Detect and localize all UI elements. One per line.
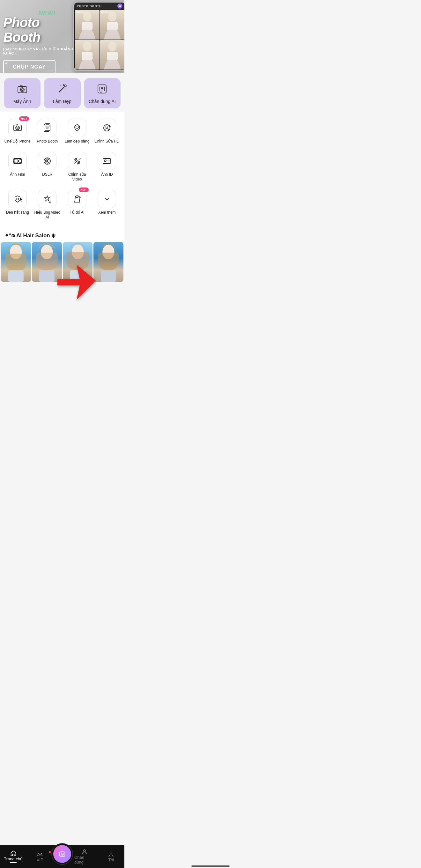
feature-icon-chinh-sua-video	[68, 152, 86, 170]
hair-salon-item-4[interactable]	[93, 242, 123, 282]
hero-banner: NEW! Photo Booth [SAY "CHEESE" VÀ LƯU GI…	[0, 0, 124, 73]
anh-id-label: Ảnh ID	[101, 172, 113, 177]
hair-salon-grid	[0, 242, 124, 307]
person-svg-4	[100, 40, 125, 69]
svg-point-32	[15, 160, 17, 162]
feature-icon-hieu-ung-video: AI	[38, 190, 56, 208]
feature-hieu-ung-video-ai[interactable]: AI Hiệu ứng video AI	[33, 185, 62, 223]
feature-icon-anh-film	[8, 152, 27, 170]
hair-girl-4-bg	[93, 242, 123, 282]
svg-point-20	[16, 126, 20, 130]
chinh-sua-video-label: Chỉnh sửa Video	[63, 172, 91, 182]
lam-dep-bang-label: Làm đẹp bằng	[65, 139, 89, 144]
feature-xem-them[interactable]: Xem thêm	[92, 185, 122, 223]
feature-lam-dep-bang[interactable]: Làm đẹp bằng	[62, 114, 92, 147]
photo-booth-device: PHOTO BOOTH ✿ BEAUTYCAR BEAUTYCAR	[73, 2, 124, 71]
svg-rect-68	[101, 271, 116, 282]
feature-anh-film[interactable]: Ảnh Film	[3, 147, 33, 185]
hair-girl-1-svg	[1, 242, 31, 282]
feature-tu-do-ai[interactable]: HOT Tủ đồ AI	[62, 185, 92, 223]
hero-cta-button[interactable]: CHỤP NGAY	[3, 60, 56, 73]
chan-dung-ai-label: Chân dung AI	[89, 99, 116, 104]
quick-action-lam-dep[interactable]: Làm Đẹp	[44, 78, 80, 108]
hair-girl-3-svg	[63, 242, 93, 282]
feature-icon-xem-them	[98, 190, 116, 208]
svg-point-10	[21, 89, 23, 91]
feature-icon-chinh-sua-hd	[98, 119, 116, 137]
photo-cell-3	[75, 40, 99, 69]
feature-dslr[interactable]: DSLR	[33, 147, 62, 185]
svg-point-16	[63, 84, 64, 85]
hair-girl-4-svg	[93, 242, 123, 282]
feature-icon-photo-booth	[38, 119, 56, 137]
hair-salon-section: ✦°ɷ AI Hair Salon ψ	[0, 226, 124, 242]
hair-girl-2-bg	[32, 242, 62, 282]
hair-salon-title: ✦°ɷ AI Hair Salon ψ	[0, 227, 124, 242]
feature-chinh-sua-hd[interactable]: Chỉnh Sửa HD	[92, 114, 122, 147]
wand-icon	[57, 84, 67, 96]
svg-text:AI: AI	[49, 201, 51, 204]
svg-point-43	[47, 160, 48, 162]
hair-girl-3-bg	[63, 242, 93, 282]
hot-badge-che-do: HOT	[19, 116, 29, 121]
photo-booth-label: Photo Booth	[37, 139, 58, 144]
device-title: PHOTO BOOTH	[77, 4, 102, 8]
feature-che-do-iphone[interactable]: HOT Chế Độ iPhone	[3, 114, 33, 147]
svg-rect-7	[107, 52, 118, 60]
feature-icon-lam-dep	[68, 119, 86, 137]
hair-salon-item-2[interactable]	[32, 242, 62, 282]
svg-point-30	[106, 126, 108, 128]
svg-rect-1	[82, 22, 92, 30]
person-svg-3	[75, 40, 99, 69]
feature-chinh-sua-video[interactable]: Chỉnh sửa Video	[62, 147, 92, 185]
device-dot-icon: ✿	[117, 3, 122, 9]
feature-icon-anh-id	[98, 152, 116, 170]
feature-grid: HOT Chế Độ iPhone Photo Booth	[0, 112, 124, 226]
svg-point-42	[45, 159, 49, 163]
lam-dep-label: Làm Đẹp	[53, 99, 71, 104]
feature-photo-booth[interactable]: Photo Booth	[33, 114, 62, 147]
feature-icon-tu-do-ai: HOT	[68, 190, 86, 208]
svg-point-0	[83, 11, 91, 22]
quick-action-chan-dung-ai[interactable]: AI Chân dung AI	[84, 78, 121, 108]
svg-point-2	[108, 11, 116, 22]
photo-cell-4	[100, 40, 125, 69]
quick-action-may-anh[interactable]: Máy Ảnh	[4, 78, 40, 108]
feature-anh-id[interactable]: Ảnh ID	[92, 147, 122, 185]
photo-cell-1: BEAUTYCAR	[75, 10, 99, 39]
hair-girl-2-svg	[32, 242, 62, 282]
anh-film-label: Ảnh Film	[10, 172, 25, 177]
tu-do-ai-label: Tủ đồ AI	[70, 210, 85, 215]
dslr-label: DSLR	[42, 172, 52, 177]
svg-point-15	[65, 89, 66, 90]
svg-line-59	[20, 200, 22, 201]
svg-rect-64	[39, 271, 55, 282]
hair-salon-item-1[interactable]	[1, 242, 31, 282]
svg-rect-3	[107, 22, 118, 30]
chinh-sua-hd-label: Chỉnh Sửa HD	[94, 139, 119, 144]
hero-subtitle: [SAY "CHEESE" VÀ LƯU GIỮ KHOẢNH KHẮC ]	[3, 47, 80, 56]
den-hat-sang-label: Đèn hắt sáng	[6, 210, 29, 215]
che-do-iphone-label: Chế Độ iPhone	[4, 139, 31, 144]
feature-icon-che-do-iphone: HOT	[8, 119, 27, 137]
svg-point-14	[60, 85, 61, 86]
svg-point-6	[108, 41, 116, 52]
quick-actions: Máy Ảnh Làm Đẹp AI Chân dung AI	[0, 73, 124, 112]
photo-cell-2: BEAUTYCAR	[100, 10, 125, 39]
svg-point-9	[21, 88, 24, 92]
hair-girl-1-bg	[1, 242, 31, 282]
hero-text-area: NEW! Photo Booth [SAY "CHEESE" VÀ LƯU GI…	[3, 9, 80, 73]
svg-rect-22	[16, 124, 18, 125]
svg-point-4	[83, 41, 91, 52]
svg-rect-66	[70, 271, 85, 282]
hair-salon-title-text: ✦°ɷ AI Hair Salon ψ	[4, 232, 56, 239]
camera-icon	[17, 84, 27, 96]
svg-text:AI: AI	[100, 91, 102, 93]
hair-salon-item-3[interactable]	[63, 242, 93, 282]
svg-rect-5	[82, 52, 92, 60]
feature-den-hat-sang[interactable]: Đèn hắt sáng	[3, 185, 33, 223]
photo-grid: BEAUTYCAR BEAUTYCAR	[74, 9, 124, 70]
person-svg-2	[100, 10, 125, 39]
ai-portrait-icon: AI	[97, 84, 107, 96]
hero-title: Photo Booth	[3, 15, 80, 44]
